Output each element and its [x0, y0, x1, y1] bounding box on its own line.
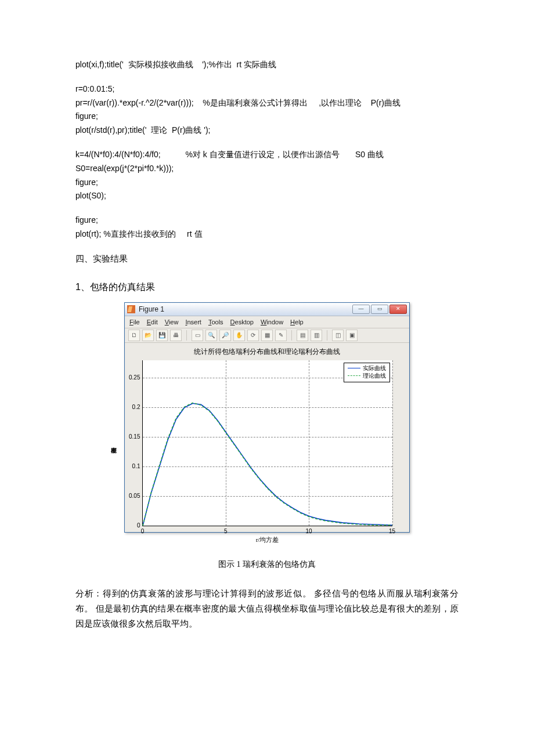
menu-tools[interactable]: Tools [208, 317, 223, 328]
colorbar-icon[interactable]: ▥ [311, 330, 322, 341]
legend-icon[interactable]: ▤ [297, 330, 308, 341]
toolbar-separator-2 [291, 330, 292, 341]
code-block-2: r=0:0.01:5; pr=r/(var(r)).*exp(-r.^2/(2*… [75, 82, 459, 138]
open-icon[interactable]: 📂 [142, 330, 154, 341]
figure-caption: 图示 1 瑞利衰落的包络仿真 [218, 558, 316, 571]
toolbar-separator-3 [327, 330, 327, 341]
menu-file[interactable]: File [129, 317, 140, 328]
zoom-in-icon[interactable]: 🔍 [205, 330, 217, 341]
ytick-2: 0.1 [122, 462, 140, 471]
ytick-5: 0.25 [122, 373, 140, 382]
series-理论曲线 [143, 403, 392, 526]
toolbar-separator [186, 330, 187, 341]
legend: 实际曲线 理论曲线 [344, 363, 390, 382]
new-figure-icon[interactable]: 🗋 [128, 330, 140, 341]
menu-help[interactable]: Help [290, 317, 304, 328]
datacursor-icon[interactable]: ▦ [261, 330, 273, 341]
close-button[interactable]: ✕ [389, 305, 407, 314]
menu-window[interactable]: Window [261, 317, 283, 328]
plot-title: 统计所得包络瑞利分布曲线和理论瑞利分布曲线 [131, 346, 403, 357]
legend-item-theory: 理论曲线 [348, 372, 386, 380]
menu-view[interactable]: View [165, 317, 179, 328]
code-block-4: figure; plot(rt); %直接作出接收到的 rt 值 [75, 214, 459, 241]
section-heading-4: 四、实验结果 [75, 252, 459, 266]
ytick-4: 0.2 [122, 403, 140, 412]
legend-item-actual: 实际曲线 [348, 364, 386, 372]
legend-label-theory: 理论曲线 [363, 372, 386, 380]
figure-wrapper: Figure 1 — ▭ ✕ File Edit View Insert Too… [75, 302, 459, 571]
pan-icon[interactable]: ✋ [233, 330, 245, 341]
plot-area: 统计所得包络瑞利分布曲线和理论瑞利分布曲线 0 0.05 0.1 [125, 343, 409, 531]
menu-insert[interactable]: Insert [185, 317, 201, 328]
window-titlebar: Figure 1 — ▭ ✕ [125, 303, 409, 316]
legend-line-solid-icon [348, 368, 360, 368]
xtick-3: 15 [389, 527, 395, 536]
toolbar: 🗋 📂 💾 🖶 ▭ 🔍 🔎 ✋ ⟳ ▦ ✎ ▤ ▥ ◫ ▣ [125, 328, 409, 343]
matlab-figure-window: Figure 1 — ▭ ✕ File Edit View Insert Too… [124, 302, 410, 532]
ytick-3: 0.15 [122, 432, 140, 442]
hide-tools-icon[interactable]: ▣ [346, 330, 358, 341]
maximize-button[interactable]: ▭ [371, 305, 388, 314]
dock-icon[interactable]: ◫ [332, 330, 344, 341]
menu-desktop[interactable]: Desktop [230, 317, 254, 328]
zoom-out-icon[interactable]: 🔎 [219, 330, 231, 341]
x-axis-label: r/均方差 [256, 535, 279, 545]
pointer-icon[interactable]: ▭ [192, 330, 203, 341]
menu-bar: File Edit View Insert Tools Desktop Wind… [125, 316, 409, 328]
subsection-heading-1: 1、包络的仿真结果 [75, 280, 459, 295]
minimize-button[interactable]: — [352, 305, 370, 314]
window-controls: — ▭ ✕ [352, 305, 407, 314]
analysis-paragraph: 分析：得到的仿真衰落的波形与理论计算得到的波形近似。 多径信号的包络从而服从瑞利… [75, 586, 459, 632]
menu-edit[interactable]: Edit [147, 317, 158, 328]
series-实际曲线 [143, 403, 392, 526]
brush-icon[interactable]: ✎ [275, 330, 287, 341]
code-block-3: k=4/(N*f0):4/(N*f0):4/f0; %对 k 自变量值进行设定，… [75, 148, 459, 203]
xtick-1: 5 [224, 527, 228, 536]
code-block-1: plot(xi,f);title(' 实际模拟接收曲线 ');%作出 rt 实际… [75, 58, 459, 72]
chart-curve-svg [143, 360, 392, 526]
chart-axes: 0 0.05 0.1 0.15 0.2 0.25 0 5 10 15 r/均方差… [142, 360, 392, 526]
legend-line-dashed-icon [348, 375, 360, 376]
save-icon[interactable]: 💾 [156, 330, 168, 341]
xtick-0: 0 [141, 527, 145, 536]
matlab-icon [127, 305, 135, 313]
rotate-icon[interactable]: ⟳ [247, 330, 259, 341]
window-title: Figure 1 [139, 304, 164, 315]
ytick-1: 0.05 [122, 491, 140, 501]
legend-label-actual: 实际曲线 [363, 364, 386, 372]
print-icon[interactable]: 🖶 [170, 330, 182, 341]
ytick-0: 0 [122, 521, 140, 530]
xtick-2: 10 [306, 527, 312, 536]
document-page: plot(xi,f);title(' 实际模拟接收曲线 ');%作出 rt 实际… [0, 0, 534, 756]
